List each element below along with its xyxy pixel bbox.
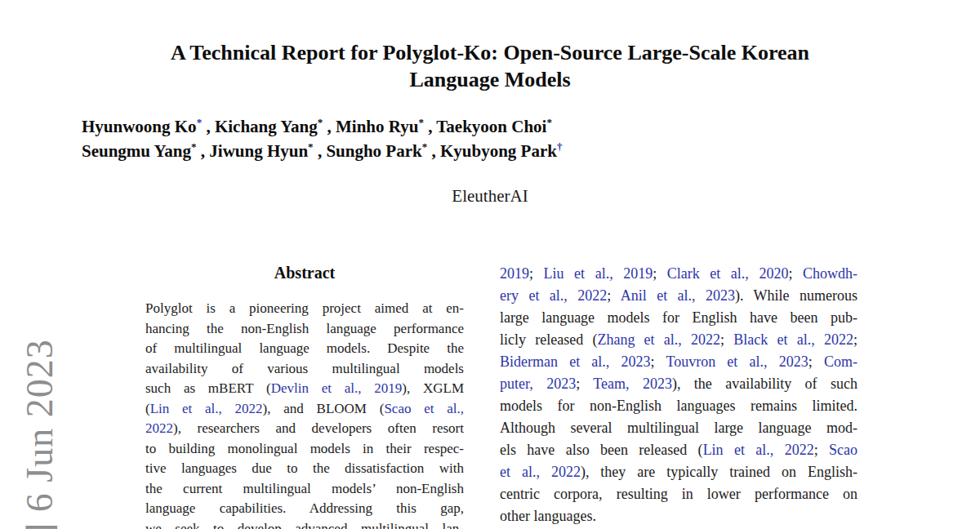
text-line: Polyglot is a pioneering project aimed a… [145, 299, 464, 319]
text-run: , [323, 117, 336, 136]
text-run: availability of various multilingual mod… [145, 361, 464, 376]
text-line: centric corpora, resulting in lower perf… [500, 483, 858, 505]
citation-link[interactable]: ery et al., 2022 [500, 287, 607, 304]
paper-title-line-2: Language Models [409, 68, 570, 91]
citation-link[interactable]: 2022 [145, 420, 173, 436]
text-line: the current multilingual models’ non-Eng… [145, 479, 464, 500]
text-run: Minho Ryu [336, 117, 418, 136]
text-run: ), the availability of such [672, 376, 858, 392]
citation-link[interactable]: Scao [829, 442, 858, 458]
text-run: Sungho Park [326, 141, 421, 161]
text-run: , [427, 141, 440, 161]
text-run: ; [788, 265, 803, 282]
abstract-text: Polyglot is a pioneering project aimed a… [145, 299, 464, 529]
text-run: ; [808, 353, 824, 370]
text-run: ; [814, 442, 829, 458]
citation-link[interactable]: Com- [824, 353, 858, 370]
text-run: language capabilities. Addressing this g… [145, 500, 464, 516]
text-line: licly released (Zhang et al., 2022; Blac… [500, 329, 858, 351]
text-line: of multilingual language models. Despite… [145, 339, 464, 359]
text-run: licly released ( [500, 331, 597, 348]
citation-link[interactable]: Black et al., 2022 [733, 331, 853, 348]
text-run: such as mBERT ( [145, 380, 271, 396]
text-run: ), researchers and developers often reso… [173, 420, 464, 436]
citation-link[interactable]: Clark et al., 2020 [667, 265, 789, 282]
text-line: puter, 2023; Team, 2023), the availabili… [500, 373, 858, 395]
text-run: ). While numerous [735, 287, 858, 304]
text-run: ; [720, 331, 733, 348]
text-run: ), they are typically trained on English… [581, 464, 858, 480]
citation-link[interactable]: Anil et al., 2023 [621, 287, 735, 304]
text-run: tive languages due to the dissatisfactio… [145, 460, 464, 476]
text-line: such as mBERT (Devlin et al., 2019), XGL… [145, 379, 464, 399]
text-line: hancing the non-English language perform… [145, 319, 464, 340]
text-run: other languages. [500, 508, 596, 524]
affiliation: EleutherAI [82, 186, 898, 207]
text-line: models for non-English languages remains… [500, 395, 858, 417]
text-line: other languages. [500, 505, 858, 527]
citation-link[interactable]: et al., 2022 [500, 464, 581, 480]
text-run: of multilingual language models. Despite… [145, 340, 464, 356]
text-run: to building monolingual models in their … [145, 441, 464, 456]
text-line: 2022), researchers and developers often … [145, 419, 464, 439]
footnote-marker-link[interactable]: † [557, 140, 563, 153]
text-line: els have also been released (Lin et al.,… [500, 439, 858, 461]
citation-link[interactable]: Team, 2023 [593, 376, 672, 392]
arxiv-watermark: ] 6 Jun 2023 [21, 339, 59, 529]
text-run: ), and BLOOM ( [263, 401, 385, 416]
paper-title-line-1: A Technical Report for Polyglot-Ko: Open… [171, 41, 809, 64]
text-line: et al., 2022), they are typically traine… [500, 461, 858, 483]
text-line: Although several multilingual large lang… [500, 417, 858, 439]
text-run: Polyglot is a pioneering project aimed a… [145, 300, 464, 316]
text-run: Although several multilingual large lang… [500, 420, 858, 436]
citation-link[interactable]: Liu et al., 2019 [544, 265, 653, 282]
text-run: , [202, 117, 215, 136]
text-line: tive languages due to the dissatisfactio… [145, 459, 464, 479]
citation-link[interactable]: puter, 2023 [500, 376, 576, 392]
introduction-column: 2019; Liu et al., 2019; Clark et al., 20… [500, 263, 858, 529]
text-run: ; [653, 265, 667, 282]
citation-link[interactable]: Devlin et al., 2019 [271, 380, 403, 396]
citation-link[interactable]: Lin et al., 2022 [703, 442, 814, 458]
citation-link[interactable]: Scao et al., [384, 401, 464, 416]
text-line: large language models for English have b… [500, 307, 858, 329]
citation-link[interactable]: 2019 [500, 265, 529, 282]
citation-link[interactable]: Biderman et al., 2023 [500, 353, 651, 370]
text-run: , [424, 117, 436, 136]
citation-link[interactable]: Lin et al., 2022 [150, 401, 263, 416]
introduction-text: 2019; Liu et al., 2019; Clark et al., 20… [500, 263, 858, 527]
text-run: hancing the non-English language perform… [145, 321, 464, 336]
paper-title: A Technical Report for Polyglot-Ko: Open… [82, 39, 898, 93]
text-run: the current multilingual models’ non-Eng… [145, 481, 464, 496]
text-run: , [314, 141, 327, 161]
text-line: Hyunwoong Ko* , Kichang Yang* , Minho Ry… [82, 114, 898, 139]
text-run: Kyubyong Park [440, 141, 557, 161]
footnote-marker: * [546, 116, 552, 128]
text-run: Kichang Yang [215, 117, 318, 136]
text-line: language capabilities. Addressing this g… [145, 499, 464, 519]
text-run: Taekyoon Choi [436, 117, 546, 136]
text-run: models for non-English languages remains… [500, 398, 858, 414]
text-run: Jiwung Hyun [209, 141, 308, 161]
text-run: ; [853, 331, 858, 348]
text-run: Seungmu Yang [82, 141, 191, 161]
citation-link[interactable]: Zhang et al., 2022 [597, 331, 720, 348]
citation-link[interactable]: Chowdh- [803, 265, 858, 282]
text-line: 2019; Liu et al., 2019; Clark et al., 20… [500, 263, 858, 285]
text-line: (Lin et al., 2022), and BLOOM (Scao et a… [145, 399, 464, 420]
text-line: ery et al., 2022; Anil et al., 2023). Wh… [500, 285, 858, 307]
text-run: we seek to develop advanced multilingual… [145, 521, 464, 529]
text-run: centric corpora, resulting in lower perf… [500, 486, 858, 502]
text-line: Seungmu Yang* , Jiwung Hyun* , Sungho Pa… [82, 139, 898, 163]
text-run: ; [651, 353, 666, 370]
citation-link[interactable]: Touvron et al., 2023 [666, 353, 808, 370]
abstract-heading: Abstract [145, 263, 464, 282]
text-run: els have also been released ( [500, 442, 703, 458]
text-run: , [197, 141, 210, 161]
text-run: large language models for English have b… [500, 309, 858, 326]
text-line: availability of various multilingual mod… [145, 359, 464, 380]
abstract-column: Abstract Polyglot is a pioneering projec… [145, 263, 464, 529]
text-run: ; [576, 376, 593, 392]
text-line: to building monolingual models in their … [145, 439, 464, 460]
text-line: Biderman et al., 2023; Touvron et al., 2… [500, 351, 858, 373]
